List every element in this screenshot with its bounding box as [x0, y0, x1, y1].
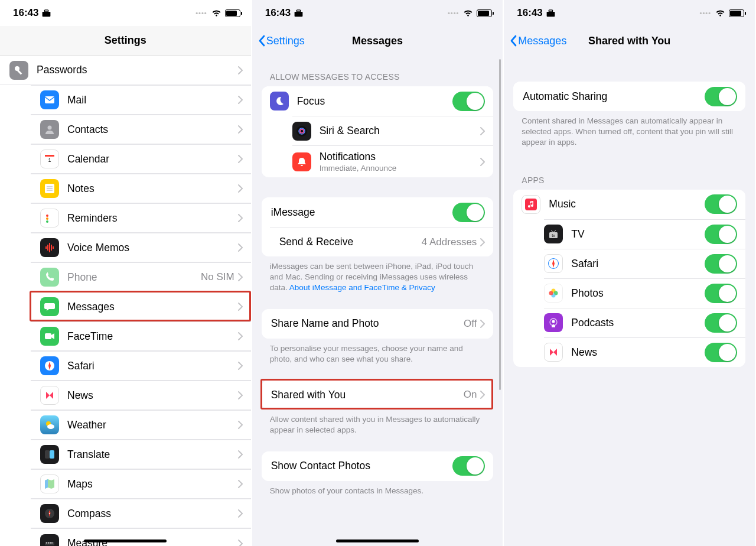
- row-voice-memos[interactable]: Voice Memos: [31, 233, 251, 262]
- group-shared-with-you: Shared with You On: [262, 380, 494, 410]
- toggle[interactable]: [705, 284, 737, 303]
- footer-shared-with-you: Allow content shared with you in Message…: [252, 410, 503, 439]
- toggle-contact-photos[interactable]: [452, 456, 485, 476]
- back-button[interactable]: Settings: [258, 35, 305, 47]
- svg-rect-42: [525, 199, 537, 210]
- battery-icon: [225, 9, 240, 17]
- row-shared-with-you[interactable]: Shared with You On: [262, 380, 494, 410]
- calendar-icon: 1: [40, 150, 59, 168]
- row-label: Translate: [67, 448, 238, 461]
- row-passwords[interactable]: Passwords: [0, 56, 251, 85]
- status-bar: 16:43 ••••: [504, 0, 755, 26]
- mail-icon: [40, 90, 59, 109]
- row-messages[interactable]: Messages: [31, 292, 251, 321]
- row-news[interactable]: News: [31, 381, 251, 410]
- chevron-left-icon: [510, 35, 517, 47]
- row-mail[interactable]: Mail: [31, 85, 251, 115]
- svg-rect-6: [45, 155, 54, 157]
- toggle[interactable]: [705, 313, 737, 333]
- compass-icon: [544, 254, 563, 273]
- row-phone[interactable]: PhoneNo SIM: [31, 262, 251, 292]
- screen-shared-with-you: 16:43 •••• Messages Shared with You Auto…: [504, 0, 756, 546]
- row-automatic-sharing[interactable]: Automatic Sharing: [513, 82, 745, 111]
- toggle[interactable]: [705, 225, 737, 244]
- chevron-right-icon: [480, 158, 485, 166]
- wifi-icon: [463, 9, 473, 17]
- chevron-right-icon: [238, 303, 243, 311]
- row-share-name-photo[interactable]: Share Name and Photo Off: [262, 309, 494, 339]
- row-news[interactable]: News: [544, 337, 745, 367]
- battery-icon: [729, 9, 744, 17]
- row-label: Messages: [67, 301, 238, 313]
- home-indicator: [84, 540, 167, 542]
- row-label: Contacts: [67, 124, 238, 136]
- translate-icon: [40, 445, 59, 464]
- row-facetime[interactable]: FaceTime: [31, 321, 251, 351]
- row-weather[interactable]: Weather: [31, 410, 251, 440]
- row-safari[interactable]: Safari: [544, 249, 745, 278]
- settings-list[interactable]: PasswordsMailContacts1CalendarNotesRemin…: [0, 56, 251, 546]
- row-label: Podcasts: [571, 317, 705, 329]
- row-send-receive[interactable]: Send & Receive 4 Addresses: [270, 227, 494, 256]
- toggle[interactable]: [705, 343, 737, 362]
- row-contacts[interactable]: Contacts: [31, 115, 251, 144]
- status-bar: 16:43 ••••: [252, 0, 503, 26]
- row-siri-search[interactable]: Siri & Search: [292, 116, 494, 145]
- row-photos[interactable]: Photos: [544, 278, 745, 308]
- svg-point-5: [48, 126, 52, 130]
- row-translate[interactable]: Translate: [31, 440, 251, 469]
- row-label: News: [67, 389, 238, 402]
- ruler-icon: [40, 534, 59, 547]
- nav-header: Settings: [0, 26, 251, 56]
- maps-icon: [40, 474, 59, 493]
- row-calendar[interactable]: 1Calendar: [31, 144, 251, 174]
- row-label: Passwords: [37, 64, 238, 76]
- row-show-contact-photos[interactable]: Show Contact Photos: [262, 451, 494, 481]
- toggle-automatic-sharing[interactable]: [705, 87, 737, 106]
- row-notes[interactable]: Notes: [31, 174, 251, 203]
- row-label: Shared with You: [271, 389, 464, 401]
- podcasts-icon: [544, 313, 563, 332]
- nav-header: Messages Shared with You: [504, 26, 755, 56]
- back-label: Settings: [266, 35, 305, 47]
- chevron-right-icon: [238, 509, 243, 518]
- toggle[interactable]: [452, 92, 485, 111]
- home-indicator: [336, 540, 419, 542]
- svg-rect-18: [49, 243, 50, 252]
- row-label: Mail: [67, 94, 238, 106]
- briefcase-icon: [546, 9, 555, 17]
- row-detail: Off: [464, 318, 477, 330]
- messages-scroll[interactable]: ALLOW MESSAGES TO ACCESS FocusSiri & Sea…: [252, 56, 503, 546]
- back-button[interactable]: Messages: [510, 35, 566, 47]
- row-music[interactable]: Music: [513, 190, 745, 219]
- row-focus[interactable]: Focus: [262, 86, 494, 116]
- row-measure[interactable]: Measure: [31, 528, 251, 546]
- row-tv[interactable]: tvTV: [544, 219, 745, 249]
- row-compass[interactable]: Compass: [31, 499, 251, 528]
- row-notifications[interactable]: NotificationsImmediate, Announce: [292, 145, 494, 177]
- row-label: Safari: [67, 360, 238, 372]
- row-label: Safari: [571, 258, 705, 270]
- row-label: Notes: [67, 183, 238, 195]
- row-imessage[interactable]: iMessage: [262, 197, 494, 227]
- row-detail: 4 Addresses: [422, 236, 477, 248]
- toggle-imessage[interactable]: [452, 203, 485, 222]
- toggle[interactable]: [705, 254, 737, 274]
- compass-icon: [40, 356, 59, 375]
- row-label: Siri & Search: [320, 125, 481, 137]
- row-label: Send & Receive: [279, 236, 422, 248]
- row-label: Focus: [297, 95, 453, 108]
- bell-icon: [292, 152, 311, 171]
- row-label: Phone: [67, 271, 201, 284]
- link-imessage-privacy[interactable]: About iMessage and FaceTime & Privacy: [289, 283, 435, 292]
- row-podcasts[interactable]: Podcasts: [544, 308, 745, 337]
- shared-with-you-scroll[interactable]: Automatic Sharing Content shared in Mess…: [504, 56, 755, 546]
- row-maps[interactable]: Maps: [31, 469, 251, 499]
- row-reminders[interactable]: Reminders: [31, 203, 251, 233]
- toggle[interactable]: [705, 194, 737, 214]
- row-label: Reminders: [67, 212, 238, 225]
- waveform-icon: [40, 238, 59, 257]
- chevron-left-icon: [258, 35, 265, 47]
- briefcase-icon: [42, 9, 51, 17]
- row-safari[interactable]: Safari: [31, 351, 251, 381]
